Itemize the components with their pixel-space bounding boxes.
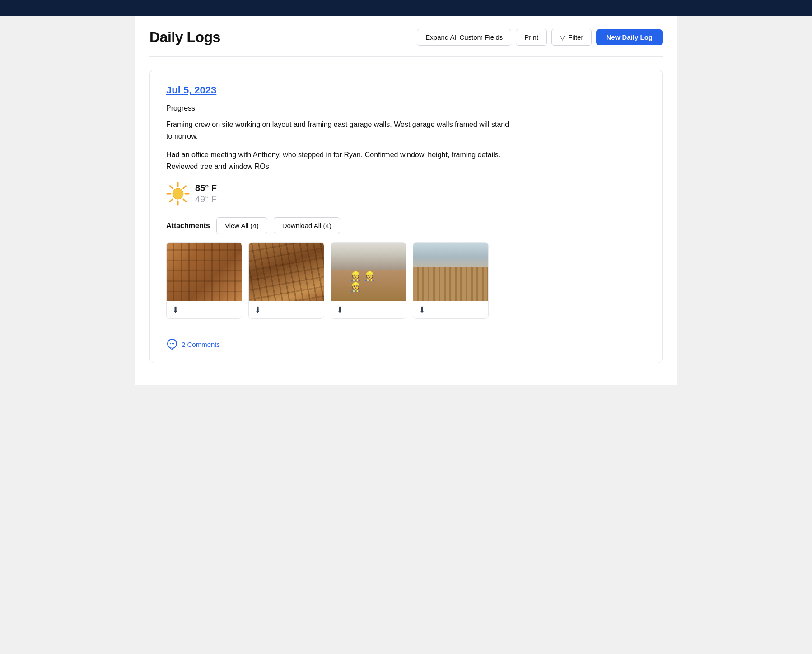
comments-count-text: 2 Comments: [182, 341, 220, 348]
progress-text-2: Had an office meeting with Anthony, who …: [166, 149, 518, 172]
progress-text-1: Framing crew on site working on layout a…: [166, 119, 518, 142]
download-icon-1: ⬇: [172, 305, 179, 315]
comments-section[interactable]: 2 Comments: [166, 338, 646, 350]
download-all-button[interactable]: Download All (4): [274, 217, 340, 234]
download-icon-4: ⬇: [419, 305, 425, 315]
attachment-download-1[interactable]: ⬇: [167, 301, 242, 318]
temp-high: 85° F: [195, 183, 217, 193]
attachments-grid: ⬇ ⬇ ⬇: [166, 242, 646, 319]
filter-button[interactable]: ▽ Filter: [551, 29, 592, 46]
top-bar: [0, 0, 812, 16]
comments-icon: [166, 338, 178, 350]
new-daily-log-button[interactable]: New Daily Log: [596, 29, 663, 45]
attachment-image-2[interactable]: [249, 243, 324, 301]
svg-line-4: [170, 186, 173, 189]
view-all-button[interactable]: View All (4): [216, 217, 267, 234]
divider: [150, 330, 662, 330]
svg-point-8: [173, 188, 183, 199]
weather-temps: 85° F 49° F: [195, 183, 217, 205]
attachments-header: Attachments View All (4) Download All (4…: [166, 217, 646, 234]
download-icon-2: ⬇: [254, 305, 261, 315]
print-button[interactable]: Print: [516, 29, 547, 46]
log-card: Jul 5, 2023 Progress: Framing crew on si…: [149, 70, 663, 363]
svg-line-7: [170, 199, 173, 202]
page-title: Daily Logs: [149, 29, 220, 46]
attachment-image-3[interactable]: [331, 243, 406, 301]
attachment-item-4: ⬇: [413, 242, 489, 319]
attachment-download-2[interactable]: ⬇: [249, 301, 324, 318]
svg-point-10: [170, 343, 171, 344]
attachment-item-3: ⬇: [331, 242, 406, 319]
attachment-item-2: ⬇: [248, 242, 324, 319]
page-header: Daily Logs Expand All Custom Fields Prin…: [149, 16, 663, 57]
log-date-link[interactable]: Jul 5, 2023: [166, 84, 216, 96]
expand-custom-fields-button[interactable]: Expand All Custom Fields: [417, 29, 511, 46]
attachment-download-3[interactable]: ⬇: [331, 301, 406, 318]
svg-line-5: [183, 199, 186, 202]
svg-point-12: [173, 343, 174, 344]
attachments-section: Attachments View All (4) Download All (4…: [166, 217, 646, 319]
temp-low: 49° F: [195, 194, 217, 205]
attachments-label: Attachments: [166, 222, 210, 230]
attachment-item-1: ⬇: [166, 242, 242, 319]
attachment-image-4[interactable]: [413, 243, 489, 301]
attachment-image-1[interactable]: [167, 243, 242, 301]
weather-section: 85° F 49° F: [166, 182, 646, 206]
header-actions: Expand All Custom Fields Print ▽ Filter …: [417, 29, 663, 46]
filter-icon: ▽: [560, 34, 565, 41]
svg-line-6: [183, 186, 186, 189]
progress-label: Progress:: [166, 104, 646, 112]
content-area: Jul 5, 2023 Progress: Framing crew on si…: [149, 57, 663, 385]
svg-point-11: [172, 343, 173, 344]
download-icon-3: ⬇: [336, 305, 343, 315]
attachment-download-4[interactable]: ⬇: [413, 301, 488, 318]
sun-icon: [166, 182, 190, 206]
